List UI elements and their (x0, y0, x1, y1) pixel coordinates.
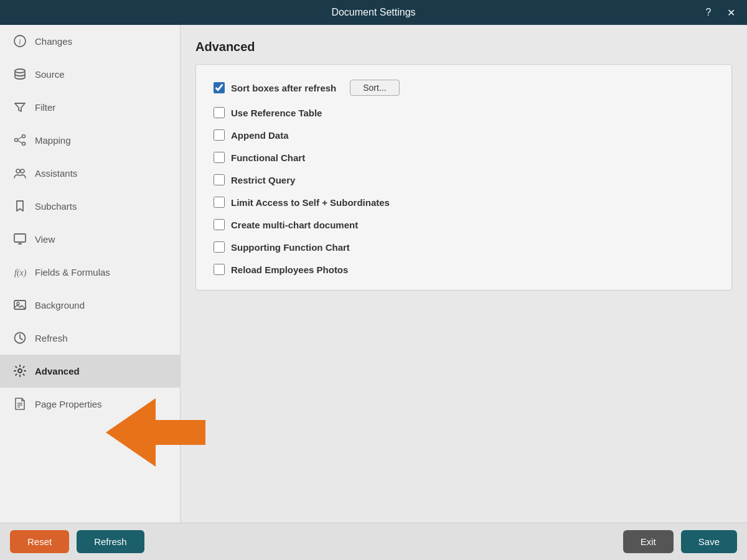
sidebar: i Changes Source (0, 25, 181, 523)
sidebar-label-subcharts: Subcharts (35, 201, 77, 212)
svg-point-9 (21, 169, 24, 173)
functional-chart-label: Functional Chart (231, 152, 305, 163)
main-content: Advanced Sort boxes after refresh Sort..… (181, 25, 747, 523)
limit-access-checkbox[interactable] (214, 197, 225, 208)
option-create-multi-chart: Create multi-chart document (214, 219, 714, 230)
svg-line-7 (18, 141, 22, 143)
append-data-checkbox[interactable] (214, 129, 225, 141)
sort-boxes-checkbox[interactable] (214, 82, 225, 93)
monitor-icon (12, 231, 27, 246)
sidebar-item-changes[interactable]: i Changes (0, 25, 180, 58)
sidebar-label-fields-formulas: Fields & Formulas (35, 267, 110, 278)
close-button[interactable]: ✕ (722, 4, 740, 21)
option-sort-boxes: Sort boxes after refresh Sort... (214, 80, 714, 96)
sidebar-label-source: Source (35, 69, 65, 80)
database-icon (12, 67, 27, 82)
svg-rect-10 (14, 234, 26, 242)
sidebar-label-view: View (35, 234, 55, 245)
gear-icon (12, 363, 27, 378)
create-multi-chart-checkbox[interactable] (214, 219, 225, 230)
option-use-reference-table: Use Reference Table (214, 107, 714, 118)
sort-button[interactable]: Sort... (350, 80, 399, 96)
sidebar-item-assistants[interactable]: Assistants (0, 157, 180, 190)
title-bar: Document Settings ? ✕ (0, 0, 747, 25)
sidebar-label-page-properties: Page Properties (35, 399, 102, 409)
assistants-icon (12, 166, 27, 180)
svg-point-3 (15, 139, 18, 142)
option-append-data: Append Data (214, 129, 714, 141)
option-reload-photos: Reload Employees Photos (214, 264, 714, 275)
sidebar-item-page-properties[interactable]: Page Properties (0, 388, 180, 421)
dialog-title: Document Settings (331, 7, 415, 18)
save-button[interactable]: Save (681, 530, 737, 553)
sidebar-item-filter[interactable]: Filter (0, 91, 180, 124)
sidebar-label-mapping: Mapping (35, 135, 71, 146)
option-functional-chart: Functional Chart (214, 152, 714, 163)
svg-point-8 (16, 169, 20, 173)
clock-icon (12, 330, 27, 345)
svg-line-18 (20, 338, 22, 340)
exit-button[interactable]: Exit (623, 530, 674, 553)
use-reference-table-checkbox[interactable] (214, 107, 225, 118)
supporting-function-checkbox[interactable] (214, 241, 225, 253)
use-reference-table-label: Use Reference Table (231, 108, 322, 118)
option-restrict-query: Restrict Query (214, 174, 714, 185)
footer: Reset Refresh Exit Save (0, 523, 747, 560)
bookmark-icon (12, 198, 27, 213)
sidebar-label-assistants: Assistants (35, 168, 77, 179)
fx-icon: f(x) (12, 264, 27, 279)
advanced-panel: Sort boxes after refresh Sort... Use Ref… (195, 64, 732, 291)
option-supporting-function: Supporting Function Chart (214, 241, 714, 253)
svg-point-5 (22, 142, 26, 146)
sidebar-label-refresh: Refresh (35, 333, 68, 343)
sidebar-item-source[interactable]: Source (0, 58, 180, 91)
restrict-query-label: Restrict Query (231, 175, 295, 185)
info-icon: i (12, 34, 27, 49)
refresh-button[interactable]: Refresh (77, 530, 144, 553)
mapping-icon (12, 133, 27, 147)
sidebar-item-background[interactable]: Background (0, 289, 180, 322)
sidebar-item-fields-formulas[interactable]: f(x) Fields & Formulas (0, 256, 180, 289)
supporting-function-label: Supporting Function Chart (231, 242, 350, 253)
sidebar-label-changes: Changes (35, 36, 72, 47)
document-icon (12, 396, 27, 411)
filter-icon (12, 100, 27, 114)
sidebar-item-subcharts[interactable]: Subcharts (0, 190, 180, 223)
svg-point-2 (15, 69, 25, 73)
svg-point-19 (18, 369, 22, 373)
svg-point-4 (22, 135, 26, 138)
sidebar-label-background: Background (35, 300, 85, 310)
sidebar-item-mapping[interactable]: Mapping (0, 124, 180, 157)
reset-button[interactable]: Reset (10, 530, 69, 553)
option-limit-access: Limit Access to Self + Subordinates (214, 197, 714, 208)
reload-photos-checkbox[interactable] (214, 264, 225, 275)
sidebar-item-refresh[interactable]: Refresh (0, 322, 180, 355)
sidebar-label-filter: Filter (35, 102, 55, 113)
sort-boxes-label: Sort boxes after refresh (231, 83, 336, 93)
image-icon (12, 297, 27, 312)
section-title: Advanced (195, 40, 732, 54)
functional-chart-checkbox[interactable] (214, 152, 225, 163)
sidebar-item-advanced[interactable]: Advanced (0, 355, 180, 388)
sidebar-item-view[interactable]: View (0, 223, 180, 256)
svg-text:f(x): f(x) (14, 268, 27, 278)
help-button[interactable]: ? (700, 4, 717, 21)
svg-text:i: i (19, 37, 21, 46)
reload-photos-label: Reload Employees Photos (231, 264, 348, 275)
append-data-label: Append Data (231, 130, 289, 141)
restrict-query-checkbox[interactable] (214, 174, 225, 185)
limit-access-label: Limit Access to Self + Subordinates (231, 197, 390, 208)
svg-line-6 (18, 137, 22, 139)
create-multi-chart-label: Create multi-chart document (231, 220, 358, 230)
sidebar-label-advanced: Advanced (35, 366, 80, 376)
